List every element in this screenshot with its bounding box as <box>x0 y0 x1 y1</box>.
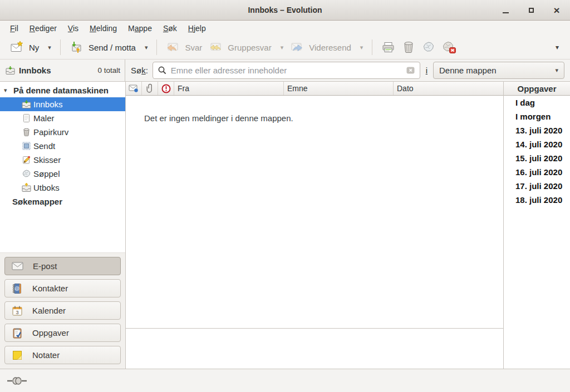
switcher-memos-button[interactable]: Notater <box>4 346 121 364</box>
column-priority[interactable] <box>158 82 174 95</box>
folder-item-soppel[interactable]: Søppel <box>0 167 125 181</box>
search-scope-dropdown[interactable]: Denne mappen ▾ <box>433 62 564 79</box>
toolbar-overflow-arrow[interactable]: ▾ <box>551 43 563 51</box>
send-receive-button[interactable]: Send / motta ▾ <box>66 38 151 57</box>
print-icon <box>381 41 395 54</box>
folder-item-skisser[interactable]: Skisser <box>0 153 125 167</box>
message-list-body[interactable]: Det er ingen meldinger i denne mappen. <box>126 96 503 328</box>
outbox-icon <box>22 183 31 192</box>
task-group-date[interactable]: 17. juli 2020 <box>504 179 570 193</box>
preview-pane[interactable] <box>126 328 503 369</box>
trash-icon <box>22 127 31 137</box>
menubar: Fil Rediger Vis Melding Mappe Søk Hjelp <box>0 21 570 36</box>
switcher-label: Kontakter <box>32 284 68 293</box>
menu-mappe[interactable]: Mappe <box>122 22 158 35</box>
switcher-mail-button[interactable]: E-post <box>4 257 121 275</box>
expander-icon[interactable]: ▾ <box>4 87 11 94</box>
column-read-status[interactable] <box>126 82 142 95</box>
task-group-date[interactable]: 14. juli 2020 <box>504 137 570 151</box>
folder-item-utboks[interactable]: Utboks <box>0 181 125 195</box>
new-message-dropdown-arrow[interactable]: ▾ <box>48 44 51 51</box>
task-group-date[interactable]: 15. juli 2020 <box>504 151 570 165</box>
maximize-button[interactable] <box>524 4 538 17</box>
search-entry[interactable] <box>153 62 420 79</box>
empty-folder-message: Det er ingen meldinger i denne mappen. <box>144 113 293 123</box>
column-from[interactable]: Fra <box>174 82 284 95</box>
titlebar: Innboks – Evolution × <box>0 0 570 21</box>
tasks-icon <box>12 328 23 339</box>
task-group-date[interactable]: 13. juli 2020 <box>504 123 570 137</box>
trash-icon <box>402 41 415 54</box>
send-receive-icon <box>70 41 83 54</box>
inbox-icon <box>6 66 15 75</box>
junk-icon <box>422 41 435 54</box>
folder-item-maler[interactable]: Maler <box>0 111 125 125</box>
task-pane: Oppgaver I dag I morgen 13. juli 2020 14… <box>503 82 570 369</box>
folder-item-sendt[interactable]: Sendt <box>0 139 125 153</box>
search-folders-label: Søkemapper <box>12 197 62 206</box>
not-junk-icon <box>442 41 456 54</box>
search-scope-value: Denne mappen <box>439 66 497 75</box>
delete-button[interactable] <box>399 38 419 57</box>
column-date[interactable]: Dato <box>394 82 503 95</box>
sent-icon <box>22 141 31 151</box>
folder-item-papirkurv[interactable]: Papirkurv <box>0 125 125 139</box>
menu-rediger[interactable]: Rediger <box>24 22 62 35</box>
templates-icon <box>22 113 31 123</box>
switcher-tasks-button[interactable]: Oppgaver <box>4 324 121 342</box>
folder-label: Utboks <box>33 183 60 192</box>
reply-label: Svar <box>185 43 202 52</box>
task-group-today[interactable]: I dag <box>504 96 570 110</box>
folder-label: Maler <box>33 113 55 123</box>
menu-sok[interactable]: Søk <box>158 22 183 35</box>
tree-section-sokemapper[interactable]: Søkemapper <box>0 195 125 209</box>
online-status-icon[interactable] <box>7 376 27 385</box>
switcher-calendar-button[interactable]: 3 Kalender <box>4 301 121 320</box>
read-status-icon <box>129 84 139 93</box>
menu-fil[interactable]: Fil <box>4 22 24 35</box>
current-folder-info: Innboks 0 totalt <box>0 59 125 81</box>
forward-label: Videresend <box>309 43 351 52</box>
forward-button[interactable]: Videresend ▾ <box>287 38 366 57</box>
print-button[interactable] <box>378 38 399 57</box>
mail-icon <box>12 261 23 271</box>
forward-dropdown-arrow[interactable]: ▾ <box>360 44 363 51</box>
search-row: Innboks 0 totalt Søk: i Denne mappen ▾ <box>0 59 570 82</box>
group-reply-label: Gruppesvar <box>228 43 271 52</box>
menu-melding[interactable]: Melding <box>84 22 122 35</box>
priority-icon <box>161 84 171 93</box>
task-group-date[interactable]: 16. juli 2020 <box>504 165 570 179</box>
task-group-tomorrow[interactable]: I morgen <box>504 110 570 123</box>
minimize-button[interactable] <box>499 4 512 17</box>
search-label: Søk: <box>131 66 148 75</box>
junk-button[interactable] <box>419 38 439 57</box>
svg-text:3: 3 <box>16 309 18 315</box>
menu-hjelp[interactable]: Hjelp <box>183 22 212 35</box>
column-subject[interactable]: Emne <box>284 82 394 95</box>
reply-button[interactable]: Svar <box>163 38 205 57</box>
new-message-button[interactable]: Ny ▾ <box>7 38 55 57</box>
close-button[interactable]: × <box>550 4 563 17</box>
column-attachment[interactable] <box>142 82 158 95</box>
folder-item-innboks[interactable]: Innboks <box>0 97 125 111</box>
send-receive-dropdown-arrow[interactable]: ▾ <box>145 44 148 51</box>
group-reply-dropdown-arrow[interactable]: ▾ <box>281 44 284 51</box>
paperclip-icon <box>146 83 154 93</box>
svg-text:@: @ <box>14 286 19 291</box>
not-junk-button[interactable] <box>439 38 460 57</box>
task-group-date[interactable]: 18. juli 2020 <box>504 193 570 207</box>
memos-icon <box>12 350 23 361</box>
switcher-label: Kalender <box>32 306 66 315</box>
search-icon <box>158 66 167 75</box>
reply-icon <box>166 41 179 54</box>
switcher-contacts-button[interactable]: @ Kontakter <box>4 279 121 297</box>
contacts-icon: @ <box>12 283 23 294</box>
menu-vis[interactable]: Vis <box>62 22 84 35</box>
maximize-icon <box>529 8 534 13</box>
task-pane-header[interactable]: Oppgaver <box>504 82 570 96</box>
window-title: Innboks – Evolution <box>248 6 322 14</box>
clear-search-icon[interactable] <box>406 66 415 75</box>
tree-root-this-computer[interactable]: ▾ På denne datamaskinen <box>0 83 125 97</box>
search-input[interactable] <box>171 66 402 75</box>
group-reply-button[interactable]: Gruppesvar ▾ <box>205 38 287 57</box>
